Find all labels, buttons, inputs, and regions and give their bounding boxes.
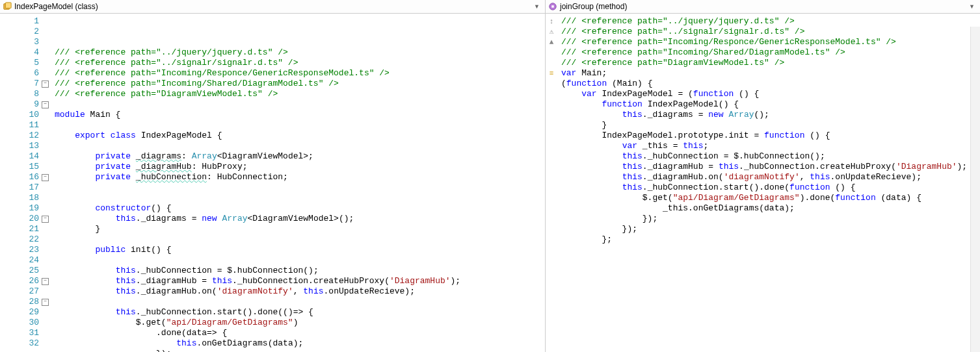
line-number: 9 <box>3 99 39 110</box>
warning-indicator[interactable]: ⚠ <box>546 27 557 37</box>
line-number: 14 <box>3 151 39 162</box>
left-code-text[interactable]: /// <reference path="../jquery/jquery.d.… <box>51 14 545 352</box>
up-indicator[interactable]: ▲ <box>546 37 557 47</box>
right-code-area[interactable]: ↕⚠▲≡ /// <reference path="../jquery/jque… <box>546 14 980 352</box>
code-line[interactable] <box>55 234 545 245</box>
sync-scroll-indicator[interactable]: ↕ <box>546 16 557 27</box>
line-number: 7 <box>3 79 39 89</box>
code-line[interactable]: /// <reference path="Incoming/Responce/G… <box>561 37 980 47</box>
breadcrumb-right[interactable]: joinGroup (method) ▼ <box>546 0 980 14</box>
code-line[interactable]: /// <reference path="../jquery/jquery.d.… <box>561 16 980 27</box>
code-line[interactable]: this._diagrams = new Array(); <box>561 110 980 120</box>
code-line[interactable]: /// <reference path="../signalr/signalr.… <box>55 58 545 68</box>
line-number: 19 <box>3 203 39 214</box>
code-line[interactable] <box>55 120 545 131</box>
code-line[interactable]: }; <box>561 234 980 245</box>
method-icon <box>548 2 557 11</box>
code-line[interactable]: var _this = this; <box>561 141 980 151</box>
code-line[interactable]: /// <reference path="DiagramViewModel.ts… <box>55 89 545 99</box>
line-number: 22 <box>3 234 39 245</box>
code-line[interactable]: this.onGetDiagrams(data); <box>55 338 545 349</box>
code-line[interactable]: private _diagrams: Array<DiagramViewMode… <box>55 151 545 162</box>
fold-toggle[interactable]: － <box>42 81 49 88</box>
fold-toggle[interactable]: － <box>42 101 49 108</box>
line-number: 21 <box>3 224 39 234</box>
code-line[interactable]: /// <reference path="Incoming/Shared/Dia… <box>561 47 980 58</box>
line-number: 6 <box>3 68 39 79</box>
line-number: 17 <box>3 182 39 193</box>
right-indicator-margin[interactable]: ↕⚠▲≡ <box>546 14 557 352</box>
left-code-area[interactable]: －－－－－－ 123456789101112131415161718192021… <box>0 14 545 352</box>
code-line[interactable]: /// <reference path="../signalr/signalr.… <box>561 27 980 37</box>
breadcrumb-right-dropdown[interactable]: ▼ <box>966 3 977 10</box>
code-line[interactable] <box>55 255 545 266</box>
code-line[interactable]: var IndexPageModel = (function () { <box>561 89 980 99</box>
code-line[interactable]: this._diagramHub = this._hubConnection.c… <box>55 276 545 286</box>
code-line[interactable]: private _hubConnection: HubConnection; <box>55 172 545 182</box>
code-line[interactable]: }); <box>561 224 980 234</box>
code-line[interactable] <box>55 297 545 307</box>
code-line[interactable]: /// <reference path="../jquery/jquery.d.… <box>55 47 545 58</box>
code-line[interactable]: this._diagramHub.on('diagramNotify', thi… <box>55 286 545 297</box>
code-line[interactable] <box>55 141 545 151</box>
line-number: 12 <box>3 131 39 141</box>
code-line[interactable]: /// <reference path="Incoming/Responce/G… <box>55 68 545 79</box>
code-line[interactable] <box>55 182 545 193</box>
line-number: 28 <box>3 297 39 307</box>
split-editor-container: IndexPageModel (class) ▼ －－－－－－ 12345678… <box>0 0 980 352</box>
code-line[interactable]: this._diagramHub.on('diagramNotify', thi… <box>561 172 980 182</box>
line-number: 4 <box>3 47 39 58</box>
code-line[interactable]: IndexPageModel.prototype.init = function… <box>561 131 980 141</box>
code-line[interactable]: this._diagrams = new Array<DiagramViewMo… <box>55 214 545 224</box>
code-line[interactable]: this._hubConnection.start().done(functio… <box>561 182 980 193</box>
code-line[interactable]: _this.onGetDiagrams(data); <box>561 203 980 214</box>
line-number: 5 <box>3 58 39 68</box>
line-number: 1 <box>3 16 39 27</box>
code-line[interactable]: this._hubConnection = $.hubConnection(); <box>561 151 980 162</box>
line-number: 2 <box>3 27 39 37</box>
breadcrumb-left-dropdown[interactable]: ▼ <box>531 3 542 10</box>
code-line[interactable]: function IndexPageModel() { <box>561 99 980 110</box>
line-number: 30 <box>3 318 39 328</box>
code-line[interactable]: this._hubConnection = $.hubConnection(); <box>55 266 545 276</box>
fold-toggle[interactable]: － <box>42 174 49 181</box>
line-number: 10 <box>3 110 39 120</box>
code-line[interactable]: $.get("api/Diagram/GetDiagrams").done(fu… <box>561 193 980 203</box>
code-line[interactable]: module Main { <box>55 110 545 120</box>
code-line[interactable]: this._diagramHub = this._hubConnection.c… <box>561 162 980 172</box>
code-line[interactable]: this._hubConnection.start().done(()=> { <box>55 307 545 318</box>
code-line[interactable]: var Main; <box>561 68 980 79</box>
fold-toggle[interactable]: － <box>42 278 49 285</box>
code-line[interactable]: $.get("api/Diagram/GetDiagrams") <box>55 318 545 328</box>
code-line[interactable] <box>55 99 545 110</box>
code-line[interactable]: /// <reference path="DiagramViewModel.ts… <box>561 58 980 68</box>
svg-rect-1 <box>5 3 11 8</box>
code-line[interactable]: }); <box>55 349 545 352</box>
line-number: 31 <box>3 328 39 338</box>
fold-toggle[interactable]: － <box>42 216 49 223</box>
line-number: 29 <box>3 307 39 318</box>
line-number: 18 <box>3 193 39 203</box>
fold-toggle[interactable]: － <box>42 299 49 306</box>
code-line[interactable]: } <box>55 224 545 234</box>
breadcrumb-left[interactable]: IndexPageModel (class) ▼ <box>0 0 545 14</box>
line-number: 23 <box>3 245 39 255</box>
code-line[interactable]: private _diagramHub: HubProxy; <box>55 162 545 172</box>
right-pane: joinGroup (method) ▼ ↕⚠▲≡ /// <reference… <box>546 0 980 352</box>
code-line[interactable]: }); <box>561 214 980 224</box>
svg-rect-3 <box>551 5 554 8</box>
map-indicator[interactable]: ≡ <box>546 68 557 79</box>
right-overview-ruler[interactable] <box>970 27 980 352</box>
right-code-text[interactable]: /// <reference path="../jquery/jquery.d.… <box>557 14 980 352</box>
code-line[interactable]: (function (Main) { <box>561 79 980 89</box>
code-line[interactable]: .done(data=> { <box>55 328 545 338</box>
line-number: 13 <box>3 141 39 151</box>
code-line[interactable] <box>55 193 545 203</box>
code-line[interactable]: constructor() { <box>55 203 545 214</box>
line-number: 32 <box>3 338 39 349</box>
left-pane: IndexPageModel (class) ▼ －－－－－－ 12345678… <box>0 0 546 352</box>
code-line[interactable]: export class IndexPageModel { <box>55 131 545 141</box>
code-line[interactable]: public init() { <box>55 245 545 255</box>
code-line[interactable]: /// <reference path="Incoming/Shared/Dia… <box>55 79 545 89</box>
code-line[interactable]: } <box>561 120 980 131</box>
